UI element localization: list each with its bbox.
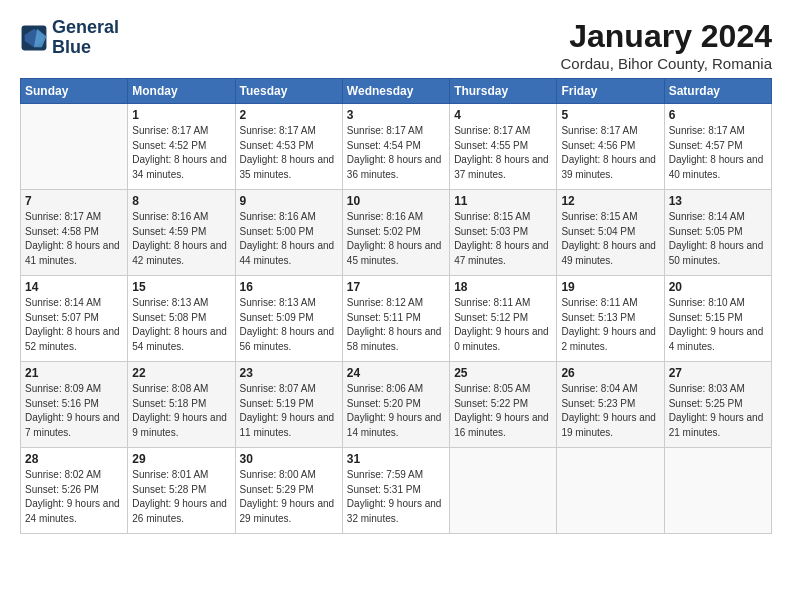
day-info: Sunrise: 8:17 AMSunset: 4:52 PMDaylight:… (132, 124, 230, 182)
day-number: 3 (347, 108, 445, 122)
day-number: 20 (669, 280, 767, 294)
day-info: Sunrise: 8:10 AMSunset: 5:15 PMDaylight:… (669, 296, 767, 354)
col-tuesday: Tuesday (235, 79, 342, 104)
cell-w4-d1: 21Sunrise: 8:09 AMSunset: 5:16 PMDayligh… (21, 362, 128, 448)
day-info: Sunrise: 8:15 AMSunset: 5:04 PMDaylight:… (561, 210, 659, 268)
cell-w5-d3: 30Sunrise: 8:00 AMSunset: 5:29 PMDayligh… (235, 448, 342, 534)
title-section: January 2024 Cordau, Bihor County, Roman… (561, 18, 773, 72)
cell-w5-d2: 29Sunrise: 8:01 AMSunset: 5:28 PMDayligh… (128, 448, 235, 534)
cell-w5-d5 (450, 448, 557, 534)
cell-w1-d1 (21, 104, 128, 190)
day-info: Sunrise: 8:14 AMSunset: 5:05 PMDaylight:… (669, 210, 767, 268)
day-number: 7 (25, 194, 123, 208)
day-info: Sunrise: 8:17 AMSunset: 4:58 PMDaylight:… (25, 210, 123, 268)
cell-w1-d6: 5Sunrise: 8:17 AMSunset: 4:56 PMDaylight… (557, 104, 664, 190)
day-number: 29 (132, 452, 230, 466)
cell-w4-d5: 25Sunrise: 8:05 AMSunset: 5:22 PMDayligh… (450, 362, 557, 448)
day-info: Sunrise: 8:17 AMSunset: 4:55 PMDaylight:… (454, 124, 552, 182)
day-info: Sunrise: 8:16 AMSunset: 4:59 PMDaylight:… (132, 210, 230, 268)
cell-w2-d5: 11Sunrise: 8:15 AMSunset: 5:03 PMDayligh… (450, 190, 557, 276)
cell-w4-d2: 22Sunrise: 8:08 AMSunset: 5:18 PMDayligh… (128, 362, 235, 448)
logo: General Blue (20, 18, 119, 58)
cell-w1-d3: 2Sunrise: 8:17 AMSunset: 4:53 PMDaylight… (235, 104, 342, 190)
week-row-4: 21Sunrise: 8:09 AMSunset: 5:16 PMDayligh… (21, 362, 772, 448)
cell-w1-d5: 4Sunrise: 8:17 AMSunset: 4:55 PMDaylight… (450, 104, 557, 190)
cell-w5-d6 (557, 448, 664, 534)
week-row-3: 14Sunrise: 8:14 AMSunset: 5:07 PMDayligh… (21, 276, 772, 362)
day-number: 31 (347, 452, 445, 466)
day-number: 22 (132, 366, 230, 380)
day-info: Sunrise: 8:16 AMSunset: 5:02 PMDaylight:… (347, 210, 445, 268)
day-number: 26 (561, 366, 659, 380)
col-monday: Monday (128, 79, 235, 104)
day-number: 25 (454, 366, 552, 380)
day-info: Sunrise: 8:04 AMSunset: 5:23 PMDaylight:… (561, 382, 659, 440)
day-info: Sunrise: 8:13 AMSunset: 5:08 PMDaylight:… (132, 296, 230, 354)
day-number: 21 (25, 366, 123, 380)
day-info: Sunrise: 8:15 AMSunset: 5:03 PMDaylight:… (454, 210, 552, 268)
day-number: 17 (347, 280, 445, 294)
day-info: Sunrise: 8:11 AMSunset: 5:13 PMDaylight:… (561, 296, 659, 354)
calendar-body: 1Sunrise: 8:17 AMSunset: 4:52 PMDaylight… (21, 104, 772, 534)
cell-w1-d7: 6Sunrise: 8:17 AMSunset: 4:57 PMDaylight… (664, 104, 771, 190)
day-number: 12 (561, 194, 659, 208)
day-number: 9 (240, 194, 338, 208)
day-info: Sunrise: 8:17 AMSunset: 4:54 PMDaylight:… (347, 124, 445, 182)
day-info: Sunrise: 8:09 AMSunset: 5:16 PMDaylight:… (25, 382, 123, 440)
main-title: January 2024 (561, 18, 773, 55)
day-info: Sunrise: 8:16 AMSunset: 5:00 PMDaylight:… (240, 210, 338, 268)
col-friday: Friday (557, 79, 664, 104)
day-info: Sunrise: 8:17 AMSunset: 4:53 PMDaylight:… (240, 124, 338, 182)
day-info: Sunrise: 8:11 AMSunset: 5:12 PMDaylight:… (454, 296, 552, 354)
cell-w5-d4: 31Sunrise: 7:59 AMSunset: 5:31 PMDayligh… (342, 448, 449, 534)
day-number: 2 (240, 108, 338, 122)
cell-w3-d5: 18Sunrise: 8:11 AMSunset: 5:12 PMDayligh… (450, 276, 557, 362)
page-container: General Blue January 2024 Cordau, Bihor … (0, 0, 792, 544)
day-number: 23 (240, 366, 338, 380)
day-number: 30 (240, 452, 338, 466)
cell-w3-d3: 16Sunrise: 8:13 AMSunset: 5:09 PMDayligh… (235, 276, 342, 362)
day-number: 18 (454, 280, 552, 294)
cell-w3-d4: 17Sunrise: 8:12 AMSunset: 5:11 PMDayligh… (342, 276, 449, 362)
week-row-1: 1Sunrise: 8:17 AMSunset: 4:52 PMDaylight… (21, 104, 772, 190)
cell-w4-d6: 26Sunrise: 8:04 AMSunset: 5:23 PMDayligh… (557, 362, 664, 448)
day-number: 24 (347, 366, 445, 380)
header-row: Sunday Monday Tuesday Wednesday Thursday… (21, 79, 772, 104)
day-number: 1 (132, 108, 230, 122)
day-number: 19 (561, 280, 659, 294)
day-info: Sunrise: 8:00 AMSunset: 5:29 PMDaylight:… (240, 468, 338, 526)
logo-line2: Blue (52, 38, 119, 58)
day-number: 14 (25, 280, 123, 294)
cell-w4-d3: 23Sunrise: 8:07 AMSunset: 5:19 PMDayligh… (235, 362, 342, 448)
cell-w4-d7: 27Sunrise: 8:03 AMSunset: 5:25 PMDayligh… (664, 362, 771, 448)
day-number: 6 (669, 108, 767, 122)
cell-w3-d1: 14Sunrise: 8:14 AMSunset: 5:07 PMDayligh… (21, 276, 128, 362)
col-saturday: Saturday (664, 79, 771, 104)
day-info: Sunrise: 8:17 AMSunset: 4:57 PMDaylight:… (669, 124, 767, 182)
day-number: 4 (454, 108, 552, 122)
col-thursday: Thursday (450, 79, 557, 104)
cell-w4-d4: 24Sunrise: 8:06 AMSunset: 5:20 PMDayligh… (342, 362, 449, 448)
week-row-5: 28Sunrise: 8:02 AMSunset: 5:26 PMDayligh… (21, 448, 772, 534)
day-info: Sunrise: 8:03 AMSunset: 5:25 PMDaylight:… (669, 382, 767, 440)
day-number: 27 (669, 366, 767, 380)
cell-w3-d2: 15Sunrise: 8:13 AMSunset: 5:08 PMDayligh… (128, 276, 235, 362)
day-number: 13 (669, 194, 767, 208)
cell-w2-d7: 13Sunrise: 8:14 AMSunset: 5:05 PMDayligh… (664, 190, 771, 276)
day-info: Sunrise: 8:06 AMSunset: 5:20 PMDaylight:… (347, 382, 445, 440)
logo-line1: General (52, 18, 119, 38)
day-number: 8 (132, 194, 230, 208)
day-number: 10 (347, 194, 445, 208)
logo-icon (20, 24, 48, 52)
cell-w1-d2: 1Sunrise: 8:17 AMSunset: 4:52 PMDaylight… (128, 104, 235, 190)
cell-w2-d2: 8Sunrise: 8:16 AMSunset: 4:59 PMDaylight… (128, 190, 235, 276)
day-info: Sunrise: 8:07 AMSunset: 5:19 PMDaylight:… (240, 382, 338, 440)
col-wednesday: Wednesday (342, 79, 449, 104)
header: General Blue January 2024 Cordau, Bihor … (20, 18, 772, 72)
day-number: 15 (132, 280, 230, 294)
cell-w5-d1: 28Sunrise: 8:02 AMSunset: 5:26 PMDayligh… (21, 448, 128, 534)
logo-text: General Blue (52, 18, 119, 58)
day-number: 5 (561, 108, 659, 122)
day-info: Sunrise: 8:05 AMSunset: 5:22 PMDaylight:… (454, 382, 552, 440)
col-sunday: Sunday (21, 79, 128, 104)
